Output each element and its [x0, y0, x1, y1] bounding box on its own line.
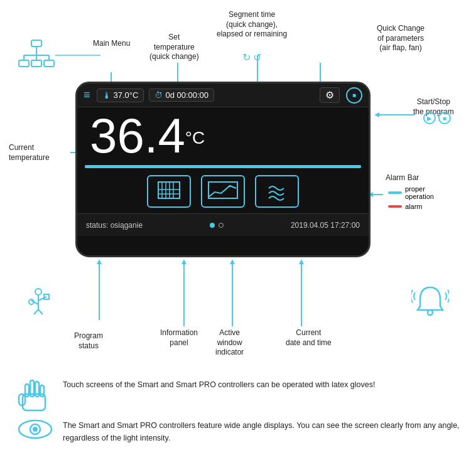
active-window-label: Activewindowindicator: [215, 328, 244, 358]
svg-rect-26: [44, 60, 54, 67]
quick-change-label: Quick Changeof parameters(air flap, fan): [377, 24, 425, 53]
alarm-bar: [85, 165, 361, 168]
device-icons-row: [77, 169, 369, 213]
alarm-legend: properoperation alarm: [388, 185, 434, 211]
qc-icon: ⚙: [325, 89, 334, 101]
thermometer-icon: 🌡: [102, 90, 111, 100]
usb-icon: [23, 286, 54, 323]
information-panel-label: Informationpanel: [160, 328, 198, 348]
svg-marker-15: [97, 259, 102, 264]
svg-marker-17: [181, 259, 187, 264]
svg-line-48: [34, 309, 38, 314]
legend-proper-text: properoperation: [405, 185, 434, 200]
network-icon: [18, 39, 55, 76]
svg-line-49: [38, 309, 43, 314]
eye-icon: [18, 418, 53, 446]
dot-1: [210, 223, 215, 228]
svg-rect-23: [31, 40, 41, 46]
svg-rect-32: [158, 182, 180, 198]
legend-alarm-text: alarm: [405, 203, 423, 210]
eye-text: The Smart and Smart PRO controllers feat…: [63, 419, 476, 444]
svg-rect-39: [208, 182, 237, 198]
segment-time-icons: ↻ ↺: [242, 51, 261, 63]
program-status-display: status: osiąganie: [86, 221, 143, 230]
touch-screen-text: Touch screens of the Smart and Smart PRO…: [63, 378, 375, 391]
stop-icon: ■: [352, 92, 356, 99]
current-temp-value: 36.4: [90, 111, 185, 160]
alarm-bar-label: Alarm Bar: [386, 173, 419, 183]
playstop-icons: ▶ ■: [423, 112, 451, 124]
svg-point-42: [35, 289, 41, 295]
segment-time-label: Segment time(quick change),elapsed or re…: [217, 10, 287, 40]
icon-graph[interactable]: [201, 175, 245, 208]
device-topbar: ≡ 🌡 37.0°C ⏱ 0d 00:00:00 ⚙ ■: [77, 83, 369, 107]
program-status-label: Programstatus: [74, 331, 103, 351]
quick-change-button[interactable]: ⚙: [320, 87, 340, 103]
menu-button[interactable]: ≡: [84, 88, 90, 102]
dot-2: [219, 223, 224, 228]
set-temp-value: 37.0°C: [114, 90, 139, 100]
svg-marker-9: [374, 112, 379, 117]
legend-alarm-bar: [388, 205, 402, 208]
device-bottombar: status: osiąganie 2019.04.05 17:27:00: [77, 213, 369, 236]
set-temperature-display[interactable]: 🌡 37.0°C: [97, 88, 144, 102]
timer-display[interactable]: ⏱ 0d 00:00:00: [149, 88, 214, 102]
icon-chamber[interactable]: [147, 175, 191, 208]
svg-point-59: [33, 427, 38, 432]
svg-marker-21: [299, 259, 304, 264]
svg-marker-19: [230, 259, 235, 264]
current-temp-label: Currenttemperature: [9, 143, 50, 163]
hand-icon: [18, 377, 50, 420]
device-screen: ≡ 🌡 37.0°C ⏱ 0d 00:00:00 ⚙ ■ 36.4 °C: [75, 82, 371, 257]
svg-rect-25: [31, 60, 41, 67]
current-datetime-label: Currentdate and time: [286, 328, 332, 348]
svg-point-50: [428, 310, 433, 315]
window-indicator: [210, 223, 224, 228]
bell-icon: [411, 282, 449, 326]
timer-value: 0d 00:00:00: [165, 90, 208, 100]
main-temperature-display: 36.4 °C: [77, 107, 369, 164]
svg-rect-24: [19, 60, 29, 67]
stop-button[interactable]: ■: [346, 87, 362, 104]
clock-icon: ⏱: [154, 90, 163, 100]
legend-proper-bar: [388, 191, 402, 194]
main-menu-label: Main Menu: [93, 39, 130, 49]
temp-unit: °C: [185, 128, 205, 148]
set-temp-label: Settemperature(quick change): [149, 33, 199, 62]
icon-fan[interactable]: [255, 175, 299, 208]
datetime-display: 2019.04.05 17:27:00: [291, 221, 360, 230]
